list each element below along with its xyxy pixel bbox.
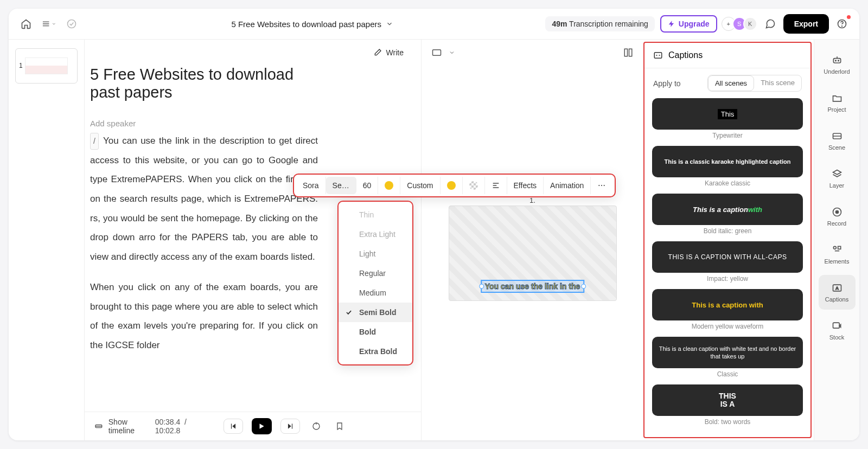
rail-layer[interactable]: Layer bbox=[819, 161, 856, 196]
play-button[interactable] bbox=[252, 418, 272, 434]
svg-point-20 bbox=[835, 60, 836, 61]
svg-point-38 bbox=[601, 185, 602, 186]
caption-style-impact[interactable]: THIS IS A CAPTION WITH ALL-CAPS bbox=[652, 241, 803, 273]
upgrade-button[interactable]: Upgrade bbox=[660, 15, 717, 33]
weight-semibold[interactable]: Semi Bold bbox=[339, 303, 412, 322]
help-icon[interactable] bbox=[834, 16, 850, 31]
caption-style-classic[interactable]: This is a clean caption with white text … bbox=[652, 337, 803, 368]
weight-thin[interactable]: Thin bbox=[339, 205, 412, 224]
rail-scene[interactable]: Scene bbox=[819, 123, 856, 158]
chevron-down-icon[interactable] bbox=[449, 49, 455, 56]
animation-button[interactable]: Animation bbox=[544, 177, 591, 194]
svg-rect-18 bbox=[654, 53, 662, 59]
svg-rect-17 bbox=[629, 49, 632, 56]
avatars: + S K bbox=[725, 17, 757, 31]
svg-rect-19 bbox=[833, 58, 840, 62]
status-label: Transcription remaining bbox=[569, 20, 648, 28]
svg-marker-8 bbox=[232, 424, 235, 428]
right-rail: Underlord Project Scene Layer Record Ele… bbox=[814, 40, 859, 440]
svg-rect-29 bbox=[838, 246, 840, 249]
caption-label: Bold: two words bbox=[652, 418, 803, 426]
text-color[interactable] bbox=[378, 177, 400, 194]
svg-rect-32 bbox=[833, 323, 839, 328]
time-remaining: 49m bbox=[552, 20, 567, 28]
font-select[interactable]: Sora bbox=[296, 177, 326, 194]
caption-label: Impact: yellow bbox=[652, 275, 803, 283]
svg-rect-15 bbox=[433, 50, 441, 56]
layout-icon[interactable] bbox=[621, 45, 636, 60]
slash-marker: / bbox=[90, 133, 99, 150]
aspect-icon[interactable] bbox=[429, 45, 444, 60]
weight-select[interactable]: Se… bbox=[326, 177, 356, 194]
transcript[interactable]: / You can use the link in the descriptio… bbox=[90, 131, 318, 355]
prev-button[interactable] bbox=[224, 419, 243, 434]
size-input[interactable]: 60 bbox=[356, 177, 379, 194]
add-speaker[interactable]: Add speaker bbox=[90, 119, 405, 128]
apply-to-label: Apply to bbox=[653, 79, 681, 88]
avatar-2[interactable]: K bbox=[743, 17, 757, 31]
rail-captions[interactable]: ACaptions bbox=[819, 275, 856, 310]
video-preview[interactable]: 1. You can use the link in the bbox=[449, 206, 617, 301]
rail-record[interactable]: Record bbox=[819, 199, 856, 234]
scene-thumbnail[interactable]: 1 bbox=[15, 48, 78, 84]
chevron-down-icon[interactable] bbox=[386, 20, 393, 28]
loop-icon[interactable] bbox=[309, 419, 323, 434]
seg-this-scene[interactable]: This scene bbox=[754, 75, 801, 91]
effects-button[interactable]: Effects bbox=[507, 177, 544, 194]
thumb-number: 1 bbox=[19, 62, 23, 69]
svg-rect-12 bbox=[292, 424, 292, 428]
chat-icon[interactable] bbox=[763, 16, 778, 31]
caption-overlay[interactable]: You can use the link in the bbox=[481, 280, 585, 293]
svg-point-27 bbox=[835, 210, 838, 213]
lightning-icon bbox=[668, 20, 675, 28]
next-button[interactable] bbox=[280, 419, 300, 434]
menu-icon[interactable] bbox=[41, 16, 56, 31]
project-title[interactable]: 5 Free Websites to download past papers bbox=[231, 20, 381, 29]
footer: Show timeline 00:38.4 / 10:02.8 bbox=[85, 412, 421, 440]
time-total: 10:02.8 bbox=[155, 426, 181, 435]
caption-style-typewriter[interactable]: This bbox=[652, 98, 803, 130]
bg-transparent[interactable] bbox=[463, 177, 485, 194]
show-timeline-button[interactable]: Show timeline bbox=[108, 418, 155, 435]
more-button[interactable] bbox=[591, 177, 612, 194]
font-weight-dropdown: Thin Extra Light Light Regular Medium Se… bbox=[337, 201, 413, 365]
export-button[interactable]: Export bbox=[783, 14, 829, 34]
apply-segmented: All scenes This scene bbox=[707, 75, 802, 92]
weight-extra-bold[interactable]: Extra Bold bbox=[339, 342, 412, 361]
check-circle-icon[interactable] bbox=[64, 16, 79, 31]
caption-style-karaoke[interactable]: This is a classic karaoke highlighted ca… bbox=[652, 146, 803, 177]
caption-label: Typewriter bbox=[652, 132, 803, 139]
write-button[interactable]: Write bbox=[368, 45, 409, 60]
rail-elements[interactable]: Elements bbox=[819, 237, 856, 272]
svg-rect-9 bbox=[231, 424, 232, 428]
bookmark-icon[interactable] bbox=[332, 419, 347, 434]
transcription-status: 49m Transcription remaining bbox=[545, 16, 654, 31]
caption-style-two-words[interactable]: THISIS A bbox=[652, 384, 803, 416]
weight-extra-light[interactable]: Extra Light bbox=[339, 224, 412, 244]
caption-style-bold-italic[interactable]: This is a caption with bbox=[652, 194, 803, 225]
rail-project[interactable]: Project bbox=[819, 85, 856, 120]
home-icon[interactable] bbox=[18, 16, 34, 31]
weight-regular[interactable]: Regular bbox=[339, 264, 412, 283]
topbar: 5 Free Websites to download past papers … bbox=[9, 9, 859, 40]
transcript-p2: When you click on any of the exam boards… bbox=[90, 278, 318, 355]
doc-title[interactable]: 5 Free Websites to download past papers bbox=[90, 66, 318, 101]
caption-style-waveform[interactable]: This is a caption with bbox=[652, 289, 803, 320]
seg-all-scenes[interactable]: All scenes bbox=[708, 75, 754, 91]
rail-stock[interactable]: Stock bbox=[819, 313, 856, 348]
weight-light[interactable]: Light bbox=[339, 244, 412, 264]
caption-label: Modern yellow waveform bbox=[652, 323, 803, 330]
caption-label: Karaoke classic bbox=[652, 179, 803, 187]
align-select[interactable] bbox=[485, 177, 507, 194]
preset-select[interactable]: Custom bbox=[400, 177, 440, 194]
svg-marker-10 bbox=[260, 424, 264, 428]
svg-point-39 bbox=[604, 185, 605, 186]
weight-bold[interactable]: Bold bbox=[339, 322, 412, 342]
captions-header: Captions bbox=[668, 50, 703, 60]
bg-color[interactable] bbox=[441, 177, 463, 194]
weight-medium[interactable]: Medium bbox=[339, 283, 412, 303]
svg-point-3 bbox=[68, 20, 76, 28]
check-icon bbox=[345, 309, 353, 316]
svg-point-21 bbox=[838, 60, 839, 61]
rail-underlord[interactable]: Underlord bbox=[819, 47, 856, 82]
